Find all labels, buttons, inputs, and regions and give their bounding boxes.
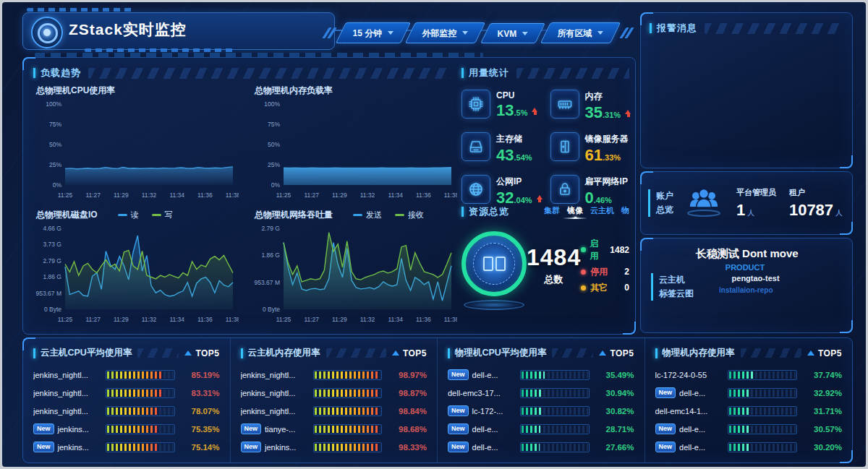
tag-item[interactable]: installaion-repo [719,286,773,294]
top5-rows: jenkins_nightl...85.19%jenkins_nightl...… [33,366,220,456]
top5-row[interactable]: jenkins_nightl...98.84% [241,402,427,420]
header-hatch-deco [326,348,386,358]
svg-text:0%: 0% [53,181,62,189]
top5-sort-toggle[interactable]: TOP5 [599,348,634,358]
resource-name: Newjenkins... [33,442,100,452]
legend-enabled[interactable]: 启用1482 [581,238,629,262]
header-accent-bar [461,207,464,217]
top5-row[interactable]: jenkins_nightl...98.97% [241,366,427,384]
tab-cluster[interactable]: 集群 [544,205,560,219]
header-hatch-deco [516,68,629,79]
top5-vm-memory: 云主机内存使用率 TOP5 jenkins_nightl...98.97%jen… [231,338,438,462]
zstack-logo-icon [31,17,63,48]
usage-cards: CPU 13.5% 内存 35.31% 主存储 43.54% [461,90,629,206]
legend-item[interactable]: 读 [118,210,139,220]
legend-other[interactable]: 其它0 [581,282,629,294]
top5-row[interactable]: Newjenkins...75.35% [33,420,220,438]
usage-value: 35.49% [595,371,634,379]
top5-row[interactable]: Newdell-e...27.66% [448,438,634,456]
svg-text:25%: 25% [268,161,280,168]
usage-value: 98.33% [388,443,427,452]
resource-name: Newlc-172-... [448,405,514,416]
tag-item[interactable]: pengtao-test [732,274,780,283]
filter-hypervisor[interactable]: KVM [480,23,545,43]
new-badge: New [448,405,469,416]
triangle-up-icon [184,350,192,356]
chevron-down-icon [597,31,603,35]
top5-row[interactable]: Newdell-e...28.71% [448,420,634,438]
usage-bar-fill [522,408,542,415]
resource-name: Newjenkins... [33,423,100,434]
usage-label: 主存储 [496,133,532,145]
top5-host-cpu: 物理机CPU平均使用率 TOP5 Newdell-e...35.49%dell-… [438,338,645,462]
svg-text:11:34: 11:34 [388,316,403,323]
svg-text:11:38: 11:38 [444,192,457,199]
top5-row[interactable]: Newdell-e...35.49% [448,366,634,384]
top5-row[interactable]: Newtianye-...98.68% [241,420,427,438]
tag-item[interactable]: 长稳测试 Dont move [696,247,799,261]
top5-row[interactable]: lc-172-24-0-5537.74% [655,366,843,384]
usage-bar-fill [107,408,158,415]
usage-bar-fill [107,444,157,451]
top5-row[interactable]: Newjenkins...75.14% [33,438,220,456]
usage-value: 27.66% [595,443,634,452]
filter-monitor-source[interactable]: 外部监控 [405,22,485,43]
usage-value: 75.35% [181,425,220,434]
top5-sort-toggle[interactable]: TOP5 [807,348,842,358]
svg-text:100%: 100% [264,100,280,108]
top5-row[interactable]: Newdell-e...30.57% [655,420,843,438]
usage-value: 75.14% [181,443,220,452]
top5-panel-group: 云主机CPU平均使用率 TOP5 jenkins_nightl...85.19%… [22,337,853,463]
top5-row[interactable]: jenkins_nightl...98.87% [241,384,427,402]
filter-zone[interactable]: 所有区域 [540,22,621,43]
resource-total-count: 1484 [527,244,581,271]
usage-value: 35.31% [585,105,632,121]
top5-row[interactable]: jenkins_nightl...78.07% [33,402,220,420]
filter-time-range[interactable]: 15 分钟 [336,22,411,43]
svg-text:11:36: 11:36 [416,316,431,323]
usage-value: 98.84% [388,407,427,416]
resource-name: lc-172-24-0-55 [655,371,722,379]
resource-name: jenkins_nightl... [33,371,100,379]
usage-value: 61.33% [585,147,629,163]
tab-physical[interactable]: 物 [621,205,629,219]
top5-row[interactable]: dell-emc14-1...31.71% [655,402,843,420]
accounts-icon-wrap [678,186,730,220]
tab-vm[interactable]: 云主机 [590,205,614,219]
resource-name: jenkins_nightl... [241,407,307,416]
usage-bar-track [106,406,175,416]
svg-text:11:32: 11:32 [360,316,375,323]
usage-bar-track [728,442,798,452]
memory-icon [550,90,579,119]
top5-sort-toggle[interactable]: TOP5 [392,348,427,358]
top5-row[interactable]: jenkins_nightl...85.19% [33,366,220,384]
usage-bar-track [313,388,383,398]
legend-disabled[interactable]: 停用2 [581,266,629,278]
usage-bar-track [313,370,383,380]
top5-sort-toggle[interactable]: TOP5 [184,348,219,358]
top5-row[interactable]: Newdell-e...32.92% [655,384,843,402]
header-accent-bar [461,68,464,78]
top5-row[interactable]: Newjenkins...98.33% [241,438,427,456]
public-ip-icon [461,175,490,204]
legend-item[interactable]: 写 [152,210,173,220]
legend-item[interactable]: 接收 [395,210,424,220]
legend-item[interactable]: 发送 [353,210,382,220]
top5-row[interactable]: dell-emc3-17...30.94% [448,384,634,402]
svg-text:11:36: 11:36 [197,316,213,323]
filter-bar: 15 分钟 外部监控 KVM 所有区域 [323,22,633,43]
usage-bar-fill [522,444,540,451]
tag-item[interactable]: PRODUCT [726,263,765,272]
usage-value: 30.20% [803,443,842,452]
new-badge: New [33,442,54,452]
account-overview-label: 账户总览 [648,189,673,217]
platform-admin-stat: 平台管理员 1人 [736,187,776,220]
top5-row[interactable]: jenkins_nightl...83.31% [33,384,220,402]
top5-row[interactable]: Newdell-e...30.20% [655,438,843,456]
usage-value: 30.57% [803,425,842,434]
usage-label: 扁平网络IP [585,176,628,188]
top5-row[interactable]: Newlc-172-...30.82% [448,402,634,420]
tab-image[interactable]: 镜像 [567,205,583,219]
usage-value: 13.5% [496,103,538,119]
usage-stats-section: 用量统计 CPU 13.5% 内存 35.31% [461,65,629,206]
